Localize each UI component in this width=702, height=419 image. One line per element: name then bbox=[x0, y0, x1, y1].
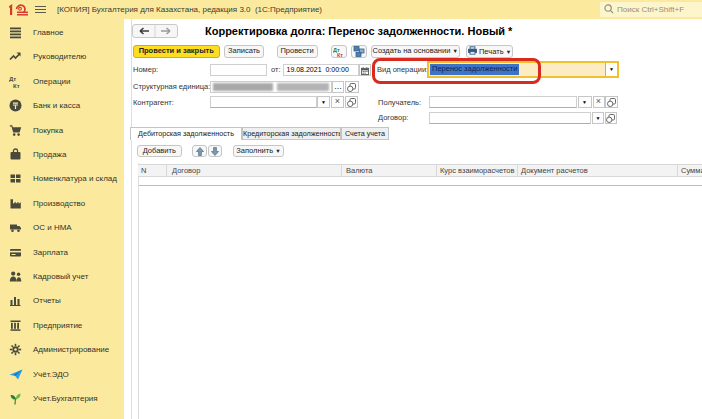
svg-text:Кт: Кт bbox=[13, 82, 20, 88]
svg-text:Кт: Кт bbox=[337, 52, 343, 58]
svg-text:Дт: Дт bbox=[9, 76, 16, 82]
